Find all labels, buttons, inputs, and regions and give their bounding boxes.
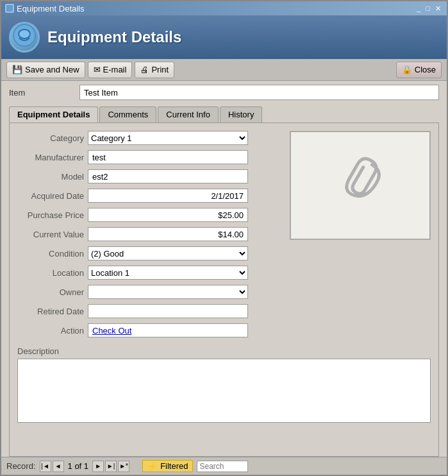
condition-label: Condition (17, 249, 88, 259)
manufacturer-input[interactable] (88, 150, 248, 164)
checkout-link[interactable]: Check Out (92, 326, 131, 336)
model-input[interactable] (88, 169, 248, 183)
location-select[interactable]: Location 1 Location 2 (88, 266, 248, 280)
tabs: Equipment Details Comments Current Info … (9, 106, 439, 123)
owner-select[interactable] (88, 285, 248, 299)
nav-next-button[interactable]: ► (92, 461, 104, 472)
filtered-badge[interactable]: ⚡ Filtered (142, 460, 192, 472)
header-icon-symbol (13, 24, 36, 51)
location-row: Location Location 1 Location 2 (17, 264, 282, 281)
description-label: Description (17, 346, 431, 356)
header-title: Equipment Details (47, 28, 181, 46)
title-bar-controls[interactable]: _ □ ✕ (415, 4, 443, 13)
main-window: Equipment Details _ □ ✕ Equipment Detail… (0, 0, 448, 476)
category-row: Category Category 1 Category 2 (17, 130, 282, 146)
record-label: Record: (6, 461, 36, 471)
description-textarea[interactable] (17, 359, 431, 423)
email-icon: ✉ (94, 65, 101, 74)
email-button[interactable]: ✉ E-mail (88, 62, 133, 78)
record-nav: |◄ ◄ 1 of 1 ► ►| ►* (40, 461, 130, 472)
current-value-row: Current Value (17, 226, 282, 242)
form-content: Category Category 1 Category 2 Manufactu… (17, 130, 431, 341)
print-button[interactable]: 🖨 Print (135, 62, 174, 78)
image-box (290, 131, 431, 240)
title-bar-text: Equipment Details (17, 4, 85, 13)
svg-rect-0 (6, 5, 13, 12)
retired-date-row: Retired Date (17, 303, 282, 319)
retired-date-label: Retired Date (17, 307, 88, 316)
manufacturer-label: Manufacturer (17, 153, 88, 162)
purchase-price-label: Purchase Price (17, 210, 88, 220)
tabs-container: Equipment Details Comments Current Info … (1, 104, 447, 123)
action-row: Action Check Out (17, 322, 282, 339)
minimize-button[interactable]: _ (415, 4, 422, 13)
header-icon (9, 22, 40, 53)
current-value-input[interactable] (88, 227, 248, 241)
header-band: Equipment Details (1, 15, 447, 59)
lock-icon: 🔒 (402, 65, 412, 74)
tab-current-info[interactable]: Current Info (158, 106, 219, 123)
form-fields: Category Category 1 Category 2 Manufactu… (17, 130, 282, 341)
form-panel: Category Category 1 Category 2 Manufactu… (9, 123, 439, 457)
status-bar: Record: |◄ ◄ 1 of 1 ► ►| ►* ⚡ Filtered (1, 457, 447, 475)
toolbar: 💾 Save and New ✉ E-mail 🖨 Print 🔒 Close (1, 59, 447, 81)
title-bar: Equipment Details _ □ ✕ (1, 1, 447, 15)
item-row: Item (1, 81, 447, 104)
search-input[interactable] (197, 461, 248, 472)
save-and-new-button[interactable]: 💾 Save and New (6, 62, 85, 78)
retired-date-input[interactable] (88, 304, 248, 318)
manufacturer-row: Manufacturer (17, 149, 282, 166)
nav-first-button[interactable]: |◄ (40, 461, 51, 472)
print-icon: 🖨 (140, 65, 149, 74)
purchase-price-input[interactable] (88, 208, 248, 222)
action-label: Action (17, 326, 88, 336)
save-icon: 💾 (12, 65, 22, 74)
acquired-date-label: Acquired Date (17, 191, 88, 201)
nav-prev-button[interactable]: ◄ (53, 461, 64, 472)
nav-last-button[interactable]: ►* (118, 461, 129, 472)
close-button[interactable]: ✕ (433, 4, 443, 13)
owner-label: Owner (17, 287, 88, 297)
condition-select[interactable]: (1) Excellent (2) Good (3) Fair (4) Poor (88, 246, 248, 260)
acquired-date-input[interactable] (88, 189, 248, 203)
description-section: Description (17, 341, 431, 427)
nav-next-new-button[interactable]: ►| (105, 461, 117, 472)
title-bar-icon (5, 4, 14, 13)
owner-row: Owner (17, 284, 282, 300)
acquired-date-row: Acquired Date (17, 187, 282, 204)
current-value-label: Current Value (17, 230, 88, 239)
category-label: Category (17, 133, 88, 143)
model-row: Model (17, 168, 282, 185)
condition-row: Condition (1) Excellent (2) Good (3) Fai… (17, 245, 282, 262)
paperclip-icon (331, 151, 389, 219)
category-select[interactable]: Category 1 Category 2 (88, 131, 248, 145)
item-input[interactable] (79, 85, 439, 100)
svg-point-3 (19, 30, 29, 38)
item-label: Item (9, 88, 73, 98)
location-label: Location (17, 268, 88, 278)
tab-equipment-details[interactable]: Equipment Details (9, 106, 98, 123)
maximize-button[interactable]: □ (424, 4, 432, 13)
close-form-button[interactable]: 🔒 Close (396, 62, 442, 78)
purchase-price-row: Purchase Price (17, 207, 282, 223)
tab-comments[interactable]: Comments (99, 106, 156, 123)
model-label: Model (17, 172, 88, 182)
tab-history[interactable]: History (220, 106, 262, 123)
record-info: 1 of 1 (65, 461, 92, 471)
